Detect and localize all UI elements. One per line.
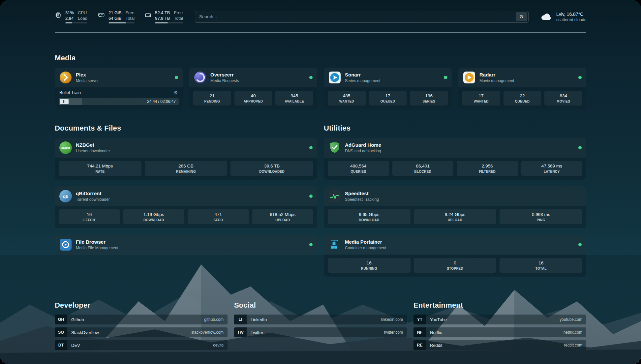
bookmark-reddit[interactable]: RE Reddit reddit.com <box>413 340 586 350</box>
memory-free-value: 21 GiB <box>108 10 122 15</box>
search-input[interactable] <box>199 14 516 19</box>
service-name: Overseerr <box>210 72 239 78</box>
disk-free-value: 52.4 TB <box>155 10 170 15</box>
disk-progress-bar <box>155 22 183 23</box>
stat-block: 471 SEED <box>188 209 249 224</box>
stat-block: 0.993 ms PING <box>500 209 582 224</box>
bookmark-name: DEV <box>67 340 213 350</box>
dashboard-window: 31% 2.94 CPU Load <box>0 0 641 364</box>
disk-total-value: 97.9 TB <box>155 15 170 21</box>
service-card-overseerr: Overseerr Media Requests 21 PENDING 40 A… <box>189 68 317 109</box>
service-name: qBittorrent <box>76 191 110 197</box>
pause-button[interactable] <box>60 99 69 104</box>
bookmark-abbr: YT <box>413 315 426 324</box>
memory-total-label: Total <box>126 15 135 21</box>
service-link-portainer[interactable]: Media Portainer Container management <box>324 235 586 255</box>
service-description: Speedtest Tracking <box>345 197 379 202</box>
stat-block: 0 STOPPED <box>414 258 497 273</box>
bookmark-name: Github <box>67 315 204 324</box>
service-link-qbittorrent[interactable]: qb qBittorrent Torrent downloader <box>55 186 317 206</box>
section-title-utilities: Utilities <box>324 124 586 133</box>
radarr-icon <box>463 71 475 84</box>
resource-widgets: 31% 2.94 CPU Load <box>55 10 183 23</box>
status-indicator <box>578 243 582 246</box>
bookmark-linkedin[interactable]: LI LinkedIn linkedin.com <box>234 315 407 324</box>
service-name: Media Portainer <box>345 239 386 245</box>
bookmark-domain: dev.to <box>213 340 228 350</box>
bookmark-abbr: RE <box>413 340 426 350</box>
stat-block: 17 QUEUED <box>369 91 407 106</box>
service-link-plex[interactable]: Plex Media server <box>55 68 183 87</box>
now-playing-title: Bullet Train <box>59 90 81 95</box>
weather-widget: Lviv, 16.87°C scattered clouds <box>540 11 586 22</box>
stat-block: 22 QUEUED <box>504 91 541 106</box>
search-bar[interactable]: G <box>195 11 529 23</box>
bookmark-domain: reddit.com <box>564 340 586 350</box>
nzbget-icon: nzbget <box>59 141 72 154</box>
service-card-nzbget: nzbget NZBGet Usenet downloader 744.21 M… <box>55 138 317 180</box>
cpu-load-value: 2.94 <box>65 15 74 21</box>
stat-block: 618.52 Mbps UPLOAD <box>252 209 314 224</box>
playback-progress-bar[interactable]: 24:44 / 02:06:47 <box>59 98 179 105</box>
memory-progress-bar <box>108 22 135 23</box>
bookmark-domain: linkedin.com <box>381 315 407 324</box>
bookmark-youtube[interactable]: YT YouTube youtube.com <box>413 315 586 324</box>
status-indicator <box>444 76 447 79</box>
service-link-radarr[interactable]: Radarr Movie management <box>458 68 586 87</box>
stat-block: 498,564 QUERIES <box>328 161 389 176</box>
bookmark-name: Reddit <box>426 340 564 350</box>
bookmark-name: StackOverflow <box>67 327 191 337</box>
stat-block: 9.65 Gbps DOWNLOAD <box>328 209 411 224</box>
section-title-documents: Documents & Files <box>55 124 317 133</box>
bookmark-group-title: Social <box>234 301 407 310</box>
bookmark-domain: stackoverflow.com <box>191 327 228 337</box>
status-indicator <box>309 195 313 198</box>
bookmark-github[interactable]: GH Github github.com <box>55 315 228 324</box>
portainer-icon <box>328 238 341 251</box>
cpu-usage-value: 31% <box>65 10 74 15</box>
bookmark-netflix[interactable]: NF Netflix netflix.com <box>413 327 586 337</box>
service-name: Plex <box>76 72 99 78</box>
bookmark-group-social: Social LI LinkedIn linkedin.com TW Twitt… <box>234 301 407 353</box>
top-bar: 31% 2.94 CPU Load <box>55 10 586 23</box>
service-link-speedtest[interactable]: Speedtest Speedtest Tracking <box>324 186 586 206</box>
service-link-adguard[interactable]: AdGuard Home DNS and adblocking <box>324 138 586 158</box>
stat-block: 266 GB REMAINING <box>145 161 228 176</box>
service-link-filebrowser[interactable]: File Browser Media File Management <box>55 235 317 255</box>
section-documents-files: Documents & Files nzbget NZBGet Usenet d… <box>55 124 317 261</box>
weather-condition: scattered clouds <box>556 17 586 22</box>
service-description: Container management <box>345 246 386 250</box>
service-card-sonarr: Sonarr Series management 485 WANTED 17 Q… <box>324 68 452 109</box>
bookmark-group-developer: Developer GH Github github.com SO StackO… <box>55 301 228 353</box>
service-link-nzbget[interactable]: nzbget NZBGet Usenet downloader <box>55 138 317 158</box>
stat-block: 21 PENDING <box>193 91 231 106</box>
weather-location: Lviv, 16.87°C <box>556 11 586 17</box>
bookmark-domain: github.com <box>204 315 228 324</box>
stat-block: 16 RUNNING <box>328 258 411 273</box>
bookmark-twitter[interactable]: TW Twitter twitter.com <box>234 327 407 337</box>
memory-widget: 21 GiB 64 GiB Free Total <box>97 10 135 23</box>
stat-block: 9.24 Gbps UPLOAD <box>414 209 497 224</box>
stat-block: 196 SERIES <box>410 91 448 106</box>
service-name: File Browser <box>76 239 118 245</box>
service-name: AdGuard Home <box>345 142 381 148</box>
service-link-sonarr[interactable]: Sonarr Series management <box>324 68 452 87</box>
search-provider-button[interactable]: G <box>516 12 527 21</box>
bookmark-dev[interactable]: DT DEV dev.to <box>55 340 228 350</box>
service-description: Series management <box>345 78 380 83</box>
status-indicator <box>309 146 313 149</box>
stat-block: 485 WANTED <box>328 91 366 106</box>
gear-icon[interactable]: ⚙ <box>174 90 178 95</box>
bookmark-stackoverflow[interactable]: SO StackOverflow stackoverflow.com <box>55 327 228 337</box>
stat-block: 16 TOTAL <box>500 258 582 273</box>
bookmark-abbr: GH <box>55 315 67 324</box>
adguard-icon <box>328 141 341 154</box>
stat-block: 17 WANTED <box>462 91 500 106</box>
stat-block: 40 APPROVED <box>234 91 272 106</box>
disk-icon <box>144 12 152 19</box>
bookmark-abbr: NF <box>413 327 426 337</box>
service-link-overseerr[interactable]: Overseerr Media Requests <box>189 68 317 87</box>
service-card-plex: Plex Media server Bullet Train ⚙ <box>55 68 183 109</box>
cpu-progress-bar <box>65 22 87 23</box>
stat-block: 834 MOVIES <box>544 91 582 106</box>
